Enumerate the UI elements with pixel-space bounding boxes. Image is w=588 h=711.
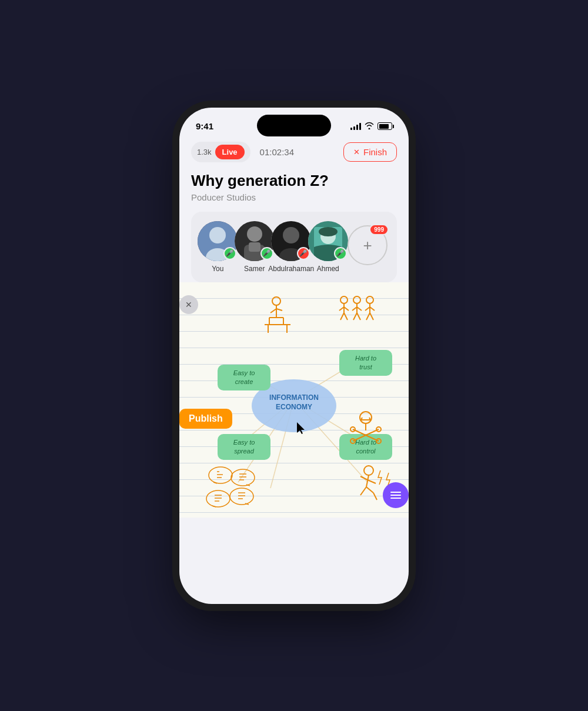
svg-line-98: [360, 476, 368, 480]
svg-line-50: [344, 313, 348, 320]
participant-you[interactable]: 🎤 You: [201, 221, 235, 273]
svg-line-80: [213, 482, 217, 483]
svg-point-53: [353, 296, 360, 303]
add-count-badge: 999: [369, 224, 389, 235]
svg-line-63: [365, 307, 370, 311]
live-badge: Live: [215, 145, 245, 159]
viewers-badge: 1.3k Live: [191, 142, 250, 162]
svg-rect-30: [218, 434, 270, 460]
svg-point-96: [364, 466, 373, 475]
close-notebook-button[interactable]: ✕: [179, 295, 198, 314]
dynamic-island: [257, 115, 331, 136]
participant-name-abdulrahaman: Abdulrahaman: [268, 265, 314, 273]
add-participant[interactable]: + 999: [348, 225, 387, 269]
svg-line-51: [339, 307, 344, 311]
svg-point-4: [247, 226, 262, 242]
podcast-studio: Poducer Studios: [191, 192, 397, 202]
svg-line-100: [360, 487, 366, 495]
svg-text:control: control: [356, 448, 376, 455]
svg-point-76: [209, 467, 232, 483]
svg-point-59: [366, 296, 373, 303]
participant-name-you: You: [212, 265, 223, 273]
svg-text:Easy to: Easy to: [233, 439, 255, 446]
svg-text:trust: trust: [359, 363, 372, 370]
svg-point-86: [206, 490, 230, 507]
status-icons: [350, 122, 392, 131]
wifi-icon: [365, 122, 374, 131]
participant-abdulrahaman[interactable]: 🎤 Abdulrahaman: [274, 221, 309, 273]
svg-line-55: [353, 313, 357, 320]
svg-line-62: [370, 313, 373, 320]
svg-rect-105: [390, 495, 401, 496]
svg-line-56: [357, 313, 360, 320]
finish-label: Finish: [363, 147, 387, 157]
finish-button[interactable]: ✕ Finish: [343, 142, 397, 162]
live-bar: 1.3k Live 01:02:34 ✕ Finish: [191, 142, 397, 162]
svg-text:Hard to: Hard to: [355, 355, 376, 362]
svg-text:Hard to: Hard to: [355, 439, 376, 446]
notebook-area: ✕ Publish INFORMATION ECONO: [179, 282, 409, 518]
podcast-title: Why generation Z?: [191, 172, 397, 190]
svg-point-13: [319, 227, 338, 236]
participant-name-ahmed: Ahmed: [317, 265, 339, 273]
svg-line-64: [370, 307, 375, 311]
mic-badge-ahmed: 🎤: [334, 247, 347, 260]
svg-line-99: [368, 480, 376, 483]
plus-icon: +: [363, 238, 372, 253]
app-content: 1.3k Live 01:02:34 ✕ Finish Why generati…: [179, 137, 409, 282]
svg-point-36: [272, 297, 280, 305]
timer-display: 01:02:34: [260, 147, 294, 157]
svg-point-91: [230, 488, 253, 505]
svg-line-61: [366, 313, 370, 320]
svg-point-81: [231, 469, 255, 486]
svg-point-1: [209, 227, 226, 243]
svg-line-49: [340, 313, 344, 320]
svg-line-42: [270, 309, 276, 313]
toolbar-button[interactable]: [383, 482, 409, 508]
mind-map-svg: INFORMATION ECONOMY Easy to create Hard …: [179, 282, 409, 518]
svg-text:INFORMATION: INFORMATION: [269, 393, 319, 402]
svg-line-52: [344, 307, 349, 311]
status-time: 9:41: [196, 121, 213, 131]
participant-name-samer: Samer: [244, 265, 265, 273]
svg-line-101: [366, 487, 373, 493]
status-bar: 9:41: [179, 108, 409, 137]
svg-rect-106: [390, 498, 401, 499]
svg-rect-104: [390, 492, 401, 493]
svg-line-58: [357, 307, 362, 311]
publish-button[interactable]: Publish: [179, 409, 232, 429]
viewers-count: 1.3k: [197, 148, 212, 156]
battery-icon: [377, 122, 392, 130]
svg-rect-6: [249, 242, 260, 252]
svg-line-90: [212, 506, 216, 507]
svg-line-102: [373, 493, 377, 500]
phone-frame: 9:41: [179, 108, 409, 604]
signal-bars-icon: [350, 123, 361, 130]
svg-text:Easy to: Easy to: [233, 369, 255, 376]
svg-point-8: [283, 227, 299, 243]
svg-line-57: [352, 307, 357, 311]
svg-text:ECONOMY: ECONOMY: [276, 403, 312, 411]
svg-point-47: [340, 296, 348, 303]
participant-samer[interactable]: 🎤 Samer: [238, 221, 272, 273]
svg-rect-27: [339, 350, 392, 376]
svg-text:spread: spread: [234, 448, 255, 455]
svg-text:create: create: [235, 378, 253, 385]
finish-x-icon: ✕: [353, 148, 360, 156]
svg-rect-33: [339, 434, 392, 460]
participant-ahmed[interactable]: 🎤 Ahmed: [311, 221, 346, 273]
participants-panel: 🎤 You 🎤 Samer: [191, 212, 397, 282]
svg-line-43: [276, 309, 282, 311]
svg-rect-24: [218, 365, 270, 390]
